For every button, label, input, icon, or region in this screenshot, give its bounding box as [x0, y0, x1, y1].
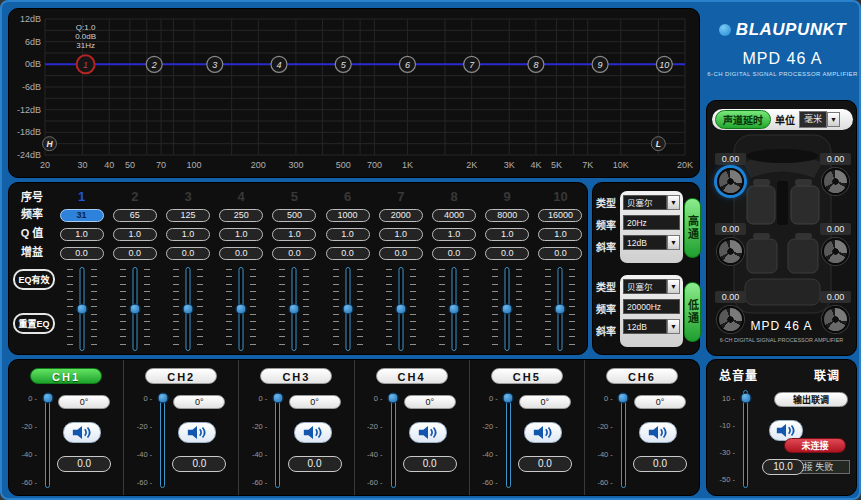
- channel-gain-value[interactable]: 0.0: [633, 456, 687, 472]
- chevron-down-icon[interactable]: ▼: [827, 112, 840, 127]
- channel-gain-slider[interactable]: 0 --20 --40 --60 -: [595, 394, 635, 488]
- channel-select-button[interactable]: CH3: [260, 368, 332, 384]
- band-frequency-field[interactable]: 125: [166, 209, 210, 222]
- chevron-down-icon[interactable]: ▼: [667, 319, 680, 334]
- slider-thumb[interactable]: [289, 304, 300, 315]
- channel-select-button[interactable]: CH6: [606, 368, 678, 384]
- band-frequency-field[interactable]: 4000: [432, 209, 476, 222]
- band-index[interactable]: 8: [450, 189, 457, 206]
- channel-gain-slider[interactable]: 0 --20 --40 --60 -: [480, 394, 520, 488]
- master-volume-slider[interactable]: 10 --10 --30 --50 -: [717, 390, 757, 488]
- channel-mute-button[interactable]: [409, 422, 447, 443]
- slider-thumb[interactable]: [503, 393, 514, 404]
- chevron-down-icon[interactable]: ▼: [667, 279, 680, 294]
- highpass-freq-field[interactable]: 20Hz: [623, 215, 680, 230]
- channel-select-button[interactable]: CH2: [145, 368, 217, 384]
- speaker-knob-4[interactable]: [822, 238, 849, 265]
- eq-response-chart[interactable]: 12dB6dB0dB-6dB-12dB-18dB-24dB20304050701…: [9, 9, 701, 179]
- band-gain-field[interactable]: 0.0: [432, 247, 476, 260]
- slider-thumb[interactable]: [183, 304, 194, 315]
- slider-thumb[interactable]: [342, 304, 353, 315]
- channel-gain-slider[interactable]: 0 --20 --40 --60 -: [19, 394, 59, 488]
- delay-value-5[interactable]: 0.00: [715, 291, 746, 303]
- eq-reset-button[interactable]: 重置EQ: [13, 313, 55, 334]
- band-frequency-field[interactable]: 8000: [485, 209, 529, 222]
- speaker-knob-1[interactable]: [717, 168, 744, 195]
- band-index[interactable]: 5: [291, 189, 298, 206]
- band-gain-field[interactable]: 0.0: [272, 247, 316, 260]
- band-index[interactable]: 4: [238, 189, 245, 206]
- channel-select-button[interactable]: CH5: [491, 368, 563, 384]
- band-frequency-field[interactable]: 500: [272, 209, 316, 222]
- channel-mute-button[interactable]: [524, 422, 562, 443]
- channel-delay-button[interactable]: 声道延时: [715, 110, 771, 129]
- channel-mute-button[interactable]: [178, 422, 216, 443]
- band-frequency-field[interactable]: 65: [113, 209, 157, 222]
- band-gain-slider[interactable]: [223, 267, 259, 351]
- slider-thumb[interactable]: [236, 304, 247, 315]
- channel-mute-button[interactable]: [63, 422, 101, 443]
- slider-thumb[interactable]: [76, 304, 87, 315]
- band-gain-slider[interactable]: [117, 267, 153, 351]
- highpass-type-dropdown[interactable]: 贝塞尔 ▼: [623, 195, 680, 210]
- band-q-field[interactable]: 1.0: [379, 228, 423, 241]
- band-frequency-field[interactable]: 2000: [379, 209, 423, 222]
- band-index[interactable]: 10: [553, 189, 567, 206]
- channel-gain-value[interactable]: 0.0: [288, 456, 342, 472]
- band-gain-slider[interactable]: [276, 267, 312, 351]
- band-gain-slider[interactable]: [330, 267, 366, 351]
- slider-thumb[interactable]: [555, 304, 566, 315]
- band-gain-slider[interactable]: [64, 267, 100, 351]
- slider-thumb[interactable]: [157, 393, 168, 404]
- slider-thumb[interactable]: [272, 393, 283, 404]
- channel-gain-value[interactable]: 0.0: [57, 456, 111, 472]
- channel-select-button[interactable]: CH4: [376, 368, 448, 384]
- channel-gain-slider[interactable]: 0 --20 --40 --60 -: [134, 394, 174, 488]
- band-q-field[interactable]: 1.0: [538, 228, 582, 241]
- channel-gain-slider[interactable]: 0 --20 --40 --60 -: [249, 394, 289, 488]
- delay-value-6[interactable]: 0.00: [820, 291, 851, 303]
- band-gain-slider[interactable]: [170, 267, 206, 351]
- channel-mute-button[interactable]: [639, 422, 677, 443]
- band-index[interactable]: 7: [397, 189, 404, 206]
- channel-mute-button[interactable]: [294, 422, 332, 443]
- band-q-field[interactable]: 1.0: [272, 228, 316, 241]
- slider-thumb[interactable]: [42, 393, 53, 404]
- slider-thumb[interactable]: [129, 304, 140, 315]
- channel-phase-button[interactable]: 0°: [404, 395, 456, 409]
- lowpass-type-dropdown[interactable]: 贝塞尔 ▼: [623, 279, 680, 294]
- eq-enable-button[interactable]: EQ有效: [13, 269, 55, 290]
- slider-thumb[interactable]: [618, 393, 629, 404]
- highpass-tab[interactable]: 高通: [684, 198, 701, 258]
- band-index[interactable]: 1: [78, 189, 85, 206]
- master-volume-value[interactable]: 10.0: [762, 459, 804, 475]
- slider-thumb[interactable]: [502, 304, 513, 315]
- band-gain-slider[interactable]: [436, 267, 472, 351]
- output-link-button[interactable]: 输出联调: [774, 392, 848, 407]
- lowpass-slope-dropdown[interactable]: 12dB ▼: [623, 319, 680, 334]
- lowpass-tab[interactable]: 低通: [684, 282, 701, 342]
- speaker-knob-2[interactable]: [822, 168, 849, 195]
- delay-value-2[interactable]: 0.00: [820, 153, 851, 165]
- channel-gain-slider[interactable]: 0 --20 --40 --60 -: [365, 394, 405, 488]
- band-frequency-field[interactable]: 1000: [326, 209, 370, 222]
- band-gain-slider[interactable]: [383, 267, 419, 351]
- band-gain-slider[interactable]: [489, 267, 525, 351]
- channel-phase-button[interactable]: 0°: [634, 395, 686, 409]
- slider-thumb[interactable]: [740, 393, 751, 404]
- band-gain-field[interactable]: 0.0: [219, 247, 263, 260]
- channel-phase-button[interactable]: 0°: [173, 395, 225, 409]
- channel-gain-value[interactable]: 0.0: [518, 456, 572, 472]
- band-gain-field[interactable]: 0.0: [379, 247, 423, 260]
- delay-value-4[interactable]: 0.00: [820, 223, 851, 235]
- band-frequency-field[interactable]: 250: [219, 209, 263, 222]
- lowpass-freq-field[interactable]: 20000Hz: [623, 299, 680, 314]
- band-q-field[interactable]: 1.0: [485, 228, 529, 241]
- band-gain-field[interactable]: 0.0: [166, 247, 210, 260]
- band-q-field[interactable]: 1.0: [219, 228, 263, 241]
- band-index[interactable]: 9: [504, 189, 511, 206]
- band-q-field[interactable]: 1.0: [166, 228, 210, 241]
- slider-thumb[interactable]: [449, 304, 460, 315]
- unit-dropdown[interactable]: 毫米 ▼: [799, 112, 840, 127]
- band-gain-slider[interactable]: [542, 267, 578, 351]
